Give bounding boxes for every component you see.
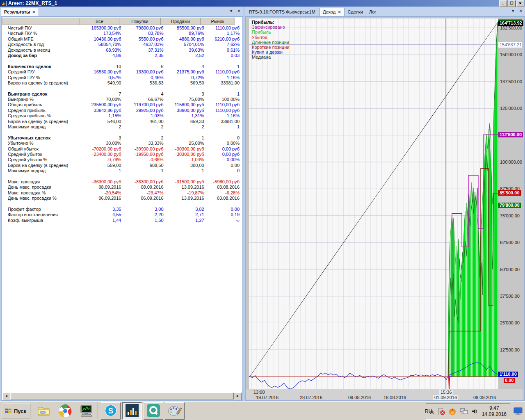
cell-value: 2 <box>123 135 165 141</box>
row-label: Средний убыток % <box>2 157 83 162</box>
explorer-icon[interactable] <box>36 403 52 419</box>
taskbar: Пуск S RU 9:47 14.09.2016 <box>0 401 525 420</box>
table-row[interactable]: Средний П/У16530,00 руб13300,00 руб21375… <box>2 69 242 75</box>
instrument-title: RTS-9.16:FORTS Фьючерсы:1M <box>245 8 320 16</box>
clock[interactable]: 9:47 14.09.2016 <box>482 405 507 418</box>
horizontal-scrollbar[interactable]: ◄ ► <box>2 393 242 399</box>
cell-value: 06.09.2016 <box>83 196 123 201</box>
tab-results[interactable]: Результаты ✕ <box>1 8 39 16</box>
time-axis: 13:0015:36 <box>246 389 523 395</box>
chevron-up-icon[interactable] <box>429 409 434 414</box>
equity-chart-plot[interactable]: Прибыль:ЗафиксированоПрибыльУбытокДлинны… <box>249 18 498 389</box>
row-label: Средняя прибыль % <box>2 113 83 119</box>
speaker-icon[interactable] <box>471 408 479 415</box>
cell-value: 115800,00 руб <box>166 102 206 107</box>
table-row[interactable]: Максимум подряд2221 <box>2 124 242 130</box>
table-row[interactable]: Баров на сделку (в среднем)546,00461,006… <box>2 119 242 124</box>
cell-value: 0,57% <box>83 75 123 80</box>
table-row[interactable]: Средний убыток %-0,79%-0,66%-1,04%0,00% <box>2 157 242 162</box>
cell-value: 659,33 <box>166 119 206 124</box>
table-row[interactable]: Общая прибыль235500,00 руб119700,00 руб1… <box>2 102 242 107</box>
chevron-down-icon[interactable]: ▼ <box>511 9 515 13</box>
column-header[interactable]: Покупки <box>119 18 161 25</box>
cell-value: 10 <box>83 64 123 69</box>
start-button[interactable]: Пуск <box>2 404 30 418</box>
cell-value: 4637,03% <box>123 42 165 47</box>
chevron-down-icon[interactable]: ▼ <box>229 9 233 13</box>
table-row[interactable]: Средняя прибыль33642,86 руб29925,00 руб3… <box>2 108 242 113</box>
cell-value: 79800,00 руб <box>123 25 165 31</box>
cell-value: -0,79% <box>83 157 123 162</box>
table-row[interactable]: Макс. просадка %-20,54%-23,47%-19,87%-6,… <box>2 190 242 196</box>
cell-value: 0,19 <box>206 212 242 217</box>
table-row[interactable]: Доходность в месяц68,93%37,31%39,63%0,61… <box>2 48 242 53</box>
table-row[interactable]: Доходность в год58854,70%4637,03%5704,01… <box>2 42 242 47</box>
column-header[interactable] <box>2 18 80 25</box>
row-label: Выиграно % <box>2 97 83 102</box>
series-value-badge: 79'800.00 <box>498 203 521 208</box>
table-row[interactable]: Максимум подряд1110 <box>2 168 242 173</box>
tab-Сделки[interactable]: Сделки <box>345 8 366 16</box>
table-row[interactable]: Средняя прибыль %1,15%1,03%1,31%1,16% <box>2 113 242 119</box>
minimize-button[interactable]: _ <box>499 0 507 7</box>
tab-label: Лог <box>369 8 376 16</box>
legend-item: Убыток <box>252 35 289 40</box>
paint-icon <box>167 404 183 418</box>
taskbar-app-paint-icon[interactable] <box>165 402 185 420</box>
scroll-left-icon[interactable]: ◄ <box>2 393 10 400</box>
table-row[interactable]: Баров на сделку (в среднем)549,90536,835… <box>2 80 242 86</box>
taskbar-app-chart-app-icon[interactable] <box>122 402 142 420</box>
tab-Лог[interactable]: Лог <box>366 8 379 16</box>
time-tick: 13:00 <box>252 390 266 395</box>
table-row[interactable]: Общий MFE10430,00 руб5550,00 руб4880,00 … <box>2 37 242 42</box>
table-row[interactable]: Доход за бар4,862,352,520,03 <box>2 53 242 58</box>
table-row[interactable]: День макс. просадки08.09.201608.09.20161… <box>2 185 242 190</box>
column-header[interactable]: Продажи <box>161 18 201 25</box>
close-icon[interactable]: ✕ <box>237 9 241 13</box>
system-monitor-icon[interactable] <box>79 403 94 419</box>
table-row[interactable]: Профит фактор3,353,003,820,00 <box>2 207 242 212</box>
table-row[interactable]: Макс. просадка-36300,00 руб-36300,00 руб… <box>2 179 242 185</box>
row-label: Выиграно сделок <box>2 91 83 97</box>
scrollbar-thumb[interactable] <box>10 393 234 399</box>
chrome-icon[interactable] <box>57 403 73 419</box>
cell-value: -5980,00 руб <box>206 179 242 185</box>
table-row[interactable]: Коэф. выигрыша1,441,501,27∞ <box>2 218 242 223</box>
table-row[interactable]: Чистый П/У165300,00 руб79800,00 руб85500… <box>2 25 242 31</box>
table-row[interactable]: Убыточных сделок3210 <box>2 135 242 141</box>
cell-value: 4 <box>166 64 206 69</box>
cell-value: 3,00 <box>123 207 165 212</box>
table-row[interactable]: Средний П/У %0,57%0,46%0,72%1,16% <box>2 75 242 80</box>
table-row[interactable]: Чистый П/У %173,54%83,78%89,76%1,17% <box>2 31 242 36</box>
close-icon[interactable]: ✕ <box>519 9 523 13</box>
table-row[interactable]: Баров на сделку (в среднем)559,00688,503… <box>2 163 242 168</box>
table-row[interactable]: Средний убыток-23400,00 руб-19950,00 руб… <box>2 152 242 157</box>
chart-panel: Прибыль:ЗафиксированоПрибыльУбытокДлинны… <box>245 16 525 401</box>
column-header[interactable]: Рынок <box>201 18 235 25</box>
cell-value: 25,00% <box>166 141 206 146</box>
table-row[interactable]: Убыточно %30,00%33,33%25,00%0,00% <box>2 141 242 146</box>
flag-error-icon[interactable] <box>437 407 445 415</box>
close-button[interactable]: ✕ <box>516 0 524 7</box>
table-row[interactable]: Общий убыток-70200,00 руб-39900,00 руб-3… <box>2 146 242 152</box>
table-row[interactable]: Выиграно %70,00%66,67%75,00%100,00% <box>2 97 242 102</box>
table-row[interactable]: День макс. просадки %06.09.201606.09.201… <box>2 196 242 201</box>
network-icon[interactable] <box>459 407 468 415</box>
table-row[interactable]: Фактор восстановления4,552,202,710,19 <box>2 212 242 217</box>
tab-Доход[interactable]: Доход✕ <box>320 8 345 16</box>
taskbar-app-q-app-icon[interactable] <box>144 402 163 420</box>
alert-orange-icon[interactable] <box>448 407 457 415</box>
restore-button[interactable]: ❐ <box>508 0 516 7</box>
column-header[interactable]: Все <box>80 18 119 25</box>
scroll-right-icon[interactable]: ► <box>234 393 242 400</box>
cell-value: 58854,70% <box>83 42 123 47</box>
results-tabstrip: Результаты ✕ ▼ ✕ <box>0 7 243 16</box>
table-spacer-row <box>2 58 242 64</box>
table-row[interactable]: Выиграно сделок7431 <box>2 91 242 97</box>
taskbar-app-skype-icon[interactable]: S <box>101 402 121 420</box>
tab-close-icon[interactable]: ✕ <box>32 8 35 16</box>
table-row[interactable]: Количество сделок10641 <box>2 64 242 69</box>
cell-value: 7,62% <box>206 42 242 47</box>
show-desktop-button[interactable] <box>512 405 524 417</box>
tab-close-icon[interactable]: ✕ <box>338 8 341 16</box>
